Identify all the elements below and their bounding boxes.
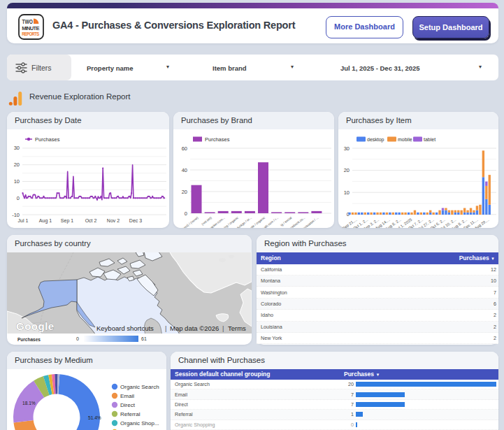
svg-text:10: 10	[344, 189, 350, 196]
svg-text:ig / social: ig / social	[280, 216, 292, 227]
svg-text:Direct: Direct	[120, 402, 136, 408]
svg-text:tablet: tablet	[424, 137, 435, 142]
svg-text:-10: -10	[12, 212, 20, 218]
svg-text:(not set): (not set)	[201, 216, 213, 227]
svg-text:Map data ©2026: Map data ©2026	[170, 324, 219, 332]
svg-text:Referral: Referral	[120, 411, 141, 417]
svg-text:0: 0	[17, 195, 20, 201]
svg-text:Sep 1: Sep 1	[61, 218, 73, 224]
svg-text:51.4%: 51.4%	[88, 415, 101, 420]
svg-text:0: 0	[185, 210, 187, 217]
svg-text:20: 20	[14, 162, 20, 168]
svg-text:18.1%: 18.1%	[22, 401, 36, 406]
svg-text:Google: Google	[16, 320, 55, 332]
svg-text:|: |	[165, 324, 166, 332]
svg-text:20: 20	[182, 189, 187, 195]
svg-text:60: 60	[182, 145, 187, 152]
svg-text:Aug 1: Aug 1	[39, 218, 52, 224]
svg-text:Keyboard shortcuts: Keyboard shortcuts	[96, 324, 154, 332]
svg-text:Terms: Terms	[228, 324, 246, 332]
svg-text:20: 20	[344, 167, 350, 173]
svg-text:desktop: desktop	[367, 137, 384, 143]
svg-text:30: 30	[344, 145, 350, 152]
svg-text:REPORTS: REPORTS	[22, 31, 40, 37]
svg-text:mobile: mobile	[398, 137, 412, 142]
svg-text:10: 10	[14, 178, 20, 185]
svg-text:40: 40	[182, 167, 187, 173]
svg-text:Jul 1: Jul 1	[18, 218, 29, 223]
svg-text:Organic Search: Organic Search	[120, 384, 159, 390]
svg-text:Oct 2: Oct 2	[85, 218, 97, 223]
svg-text:Organic Shop...: Organic Shop...	[120, 420, 159, 427]
svg-text:TWO: TWO	[22, 18, 34, 25]
svg-text:Dec 3: Dec 3	[129, 218, 142, 223]
svg-text:Purchases: Purchases	[35, 136, 60, 143]
svg-text:Email: Email	[120, 393, 134, 399]
svg-text:30: 30	[14, 145, 20, 151]
svg-text:Purchases: Purchases	[205, 136, 230, 143]
svg-text:Nov 2: Nov 2	[107, 218, 120, 223]
svg-text:|: |	[222, 324, 224, 332]
svg-text:(direct) / (none): (direct) / (none)	[180, 216, 199, 228]
